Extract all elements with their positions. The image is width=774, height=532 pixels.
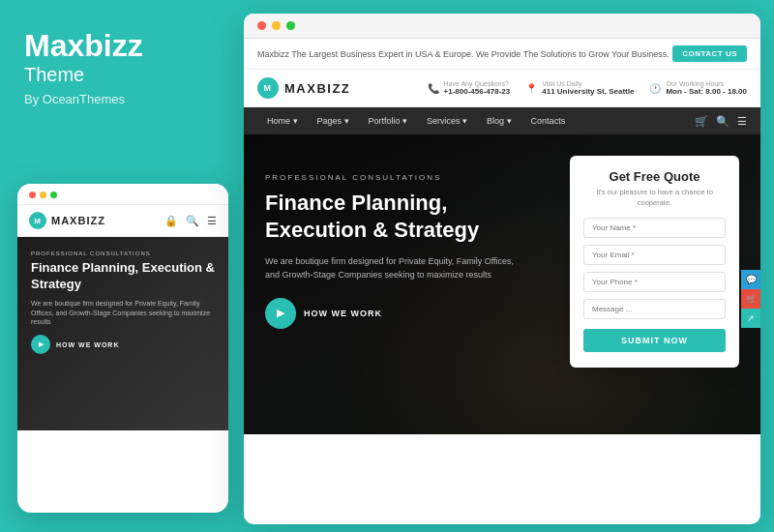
mobile-hero-content: PROFESSIONAL CONSULTATIONS Finance Plann… xyxy=(31,251,215,354)
search-icon[interactable]: 🔍 xyxy=(186,215,199,227)
hero-play-button[interactable]: ▶ xyxy=(265,298,296,329)
mobile-mockup: M MAXBIZZ 🔒 🔍 ☰ PROFESSIONAL CONSULTATIO… xyxy=(17,184,228,513)
maximize-dot[interactable] xyxy=(286,21,295,30)
header-address: 📍 Visit Us Daily 411 University St, Seat… xyxy=(525,80,634,96)
quote-phone-input[interactable] xyxy=(583,272,726,292)
header-phone: 📞 Have Any Questions? +1-800-456-478-23 xyxy=(428,80,511,96)
side-floating-icons: 💬 🛒 ↗ xyxy=(741,270,760,328)
mobile-top-bar xyxy=(17,184,228,205)
desktop-logo-text: MAXBIZZ xyxy=(284,81,350,96)
hero-title: Finance Planning, Execution & Strategy xyxy=(265,190,532,243)
nav-item-blog[interactable]: Blog ▾ xyxy=(477,107,521,134)
quote-form-subtitle: It's our pleasure to have a chance to co… xyxy=(583,188,726,208)
quote-message-input[interactable] xyxy=(583,299,726,319)
nav-item-home[interactable]: Home ▾ xyxy=(257,107,308,134)
quote-form: Get Free Quote It's our pleasure to have… xyxy=(570,156,739,368)
brand-by: By OceanThemes xyxy=(24,92,216,106)
minimize-dot[interactable] xyxy=(40,192,46,198)
quote-form-title: Get Free Quote xyxy=(583,169,726,184)
contact-us-button[interactable]: CONTACT US xyxy=(672,45,747,62)
header-hours-label: Our Working Hours xyxy=(666,80,747,87)
desktop-nav: Home ▾ Pages ▾ Portfolio ▾ Services ▾ Bl… xyxy=(244,107,760,134)
announce-bar: Maxbizz The Largest Business Expert in U… xyxy=(244,39,760,70)
maximize-dot[interactable] xyxy=(50,192,57,198)
mobile-window-dots xyxy=(29,192,57,198)
side-cart-icon[interactable]: 🛒 xyxy=(741,289,760,309)
header-hours: 🕐 Our Working Hours Mon - Sat: 8.00 - 18… xyxy=(649,80,747,96)
header-address-value: 411 University St, Seattle xyxy=(542,87,634,96)
announce-text: Maxbizz The Largest Business Expert in U… xyxy=(257,49,670,59)
brand-title: Maxbizz xyxy=(24,29,216,63)
mobile-hero-desc: We are boutique firm designed for Privat… xyxy=(31,299,215,327)
desktop-header-info: 📞 Have Any Questions? +1-800-456-478-23 … xyxy=(428,80,747,96)
desktop-header: M MAXBIZZ 📞 Have Any Questions? +1-800-4… xyxy=(244,70,760,107)
quote-email-input[interactable] xyxy=(583,245,726,265)
mobile-logo: M MAXBIZZ xyxy=(29,212,105,229)
hero-content: PROFESSIONAL CONSULTATIONS Finance Plann… xyxy=(244,134,553,329)
minimize-dot[interactable] xyxy=(272,21,281,30)
header-phone-details: Have Any Questions? +1-800-456-478-23 xyxy=(444,80,511,96)
cart-icon[interactable]: 🛒 xyxy=(695,115,708,128)
quote-submit-button[interactable]: SUBMIT NOW xyxy=(583,329,726,352)
mobile-hero: PROFESSIONAL CONSULTATIONS Finance Plann… xyxy=(17,237,228,430)
mobile-hero-btn: ▶ HOW WE WORK xyxy=(31,335,215,354)
header-address-details: Visit Us Daily 411 University St, Seattl… xyxy=(542,80,634,96)
side-share-icon[interactable]: ↗ xyxy=(741,309,760,328)
desktop-top-bar xyxy=(244,14,760,39)
header-address-label: Visit Us Daily xyxy=(542,80,634,87)
header-hours-value: Mon - Sat: 8.00 - 18.00 xyxy=(666,87,747,96)
nav-items: Home ▾ Pages ▾ Portfolio ▾ Services ▾ Bl… xyxy=(257,107,575,134)
desktop-mockup: Maxbizz The Largest Business Expert in U… xyxy=(244,14,760,524)
nav-icons: 🛒 🔍 ☰ xyxy=(695,115,747,128)
nav-item-services[interactable]: Services ▾ xyxy=(417,107,477,134)
header-phone-label: Have Any Questions? xyxy=(444,80,511,87)
desktop-logo: M MAXBIZZ xyxy=(257,77,350,99)
menu-icon[interactable]: ☰ xyxy=(207,215,217,227)
left-panel: Maxbizz Theme By OceanThemes M MAXBIZZ 🔒… xyxy=(0,0,240,532)
nav-search-icon[interactable]: 🔍 xyxy=(716,115,729,128)
side-chat-icon[interactable]: 💬 xyxy=(741,270,760,289)
nav-item-pages[interactable]: Pages ▾ xyxy=(308,107,359,134)
desktop-hero: PROFESSIONAL CONSULTATIONS Finance Plann… xyxy=(244,134,760,434)
hero-cta: ▶ HOW WE WORK xyxy=(265,298,532,329)
mobile-nav: M MAXBIZZ 🔒 🔍 ☰ xyxy=(17,205,228,237)
mobile-btn-label: HOW WE WORK xyxy=(56,341,119,348)
hero-btn-label: HOW WE WORK xyxy=(304,309,382,318)
hero-desc: We are boutique firm designed for Privat… xyxy=(265,254,517,282)
mobile-hero-title: Finance Planning, Execution & Strategy xyxy=(31,260,215,293)
clock-icon: 🕐 xyxy=(649,83,661,94)
hero-tag: PROFESSIONAL CONSULTATIONS xyxy=(265,173,532,182)
location-icon: 📍 xyxy=(525,83,537,94)
phone-icon: 📞 xyxy=(428,83,439,94)
mobile-logo-icon: M xyxy=(29,212,46,229)
brand-subtitle: Theme xyxy=(24,63,216,86)
mobile-play-button[interactable]: ▶ xyxy=(31,335,50,354)
nav-menu-icon[interactable]: ☰ xyxy=(737,115,747,128)
close-dot[interactable] xyxy=(257,21,266,30)
nav-item-contacts[interactable]: Contacts xyxy=(521,107,576,134)
mobile-nav-icons: 🔒 🔍 ☰ xyxy=(164,215,217,227)
nav-item-portfolio[interactable]: Portfolio ▾ xyxy=(359,107,418,134)
mobile-hero-tag: PROFESSIONAL CONSULTATIONS xyxy=(31,251,215,256)
lock-icon[interactable]: 🔒 xyxy=(164,215,178,227)
quote-name-input[interactable] xyxy=(583,218,726,238)
header-hours-details: Our Working Hours Mon - Sat: 8.00 - 18.0… xyxy=(666,80,747,96)
header-phone-value: +1-800-456-478-23 xyxy=(444,87,511,96)
desktop-logo-icon: M xyxy=(257,77,279,99)
close-dot[interactable] xyxy=(29,192,36,198)
mobile-logo-text: MAXBIZZ xyxy=(51,215,105,226)
